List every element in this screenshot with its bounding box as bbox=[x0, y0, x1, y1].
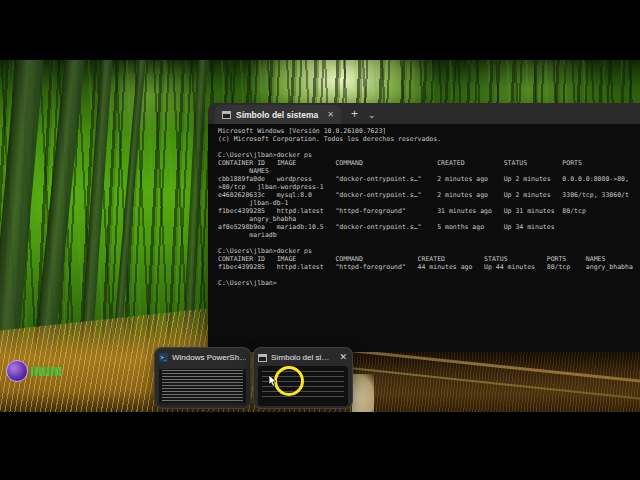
cmd-thumbnail[interactable] bbox=[258, 366, 348, 406]
terminal-content[interactable]: Microsoft Windows [Versión 10.0.26100.76… bbox=[208, 124, 640, 352]
letterbox-bottom bbox=[0, 412, 640, 480]
powershell-thumbnail[interactable] bbox=[159, 366, 246, 406]
taskbar-preview-powershell[interactable]: >_ Windows PowerSh… bbox=[154, 347, 251, 409]
powershell-icon: >_ bbox=[159, 353, 168, 362]
watermark-badge-icon bbox=[6, 360, 28, 382]
watermark-logo bbox=[6, 360, 61, 382]
close-tab-icon[interactable]: ✕ bbox=[327, 111, 334, 119]
bamboo-rail bbox=[352, 350, 640, 386]
cmd-icon bbox=[222, 111, 231, 119]
new-tab-button[interactable]: + bbox=[351, 108, 358, 124]
bamboo-rail bbox=[352, 367, 640, 404]
tab-simbolo-del-sistema[interactable]: Símbolo del sistema ✕ bbox=[215, 105, 341, 124]
thumbnail-tabbar bbox=[159, 366, 246, 369]
tab-title: Símbolo del sistema bbox=[236, 110, 318, 120]
terminal-tab-bar[interactable]: Símbolo del sistema ✕ + ⌄ bbox=[208, 103, 640, 124]
letterbox-top bbox=[0, 0, 640, 60]
path-patch bbox=[352, 374, 374, 412]
terminal-window: Símbolo del sistema ✕ + ⌄ Microsoft Wind… bbox=[208, 103, 640, 352]
preview-title: Windows PowerSh… bbox=[172, 353, 246, 362]
cursor-highlight-ring bbox=[274, 366, 304, 396]
taskbar-preview-cmd[interactable]: Símbolo del si… ✕ bbox=[253, 347, 353, 409]
preview-title: Símbolo del si… bbox=[271, 353, 334, 362]
cmd-icon bbox=[258, 354, 267, 362]
desktop: Símbolo del sistema ✕ + ⌄ Microsoft Wind… bbox=[0, 60, 640, 412]
thumbnail-taskbar bbox=[159, 403, 246, 406]
close-preview-icon[interactable]: ✕ bbox=[338, 353, 348, 362]
terminal-output: Microsoft Windows [Versión 10.0.26100.76… bbox=[208, 124, 640, 287]
tab-dropdown-icon[interactable]: ⌄ bbox=[368, 111, 376, 124]
brushwood-fence bbox=[352, 350, 640, 412]
mouse-cursor-icon bbox=[268, 375, 277, 387]
watermark-text bbox=[31, 367, 61, 376]
